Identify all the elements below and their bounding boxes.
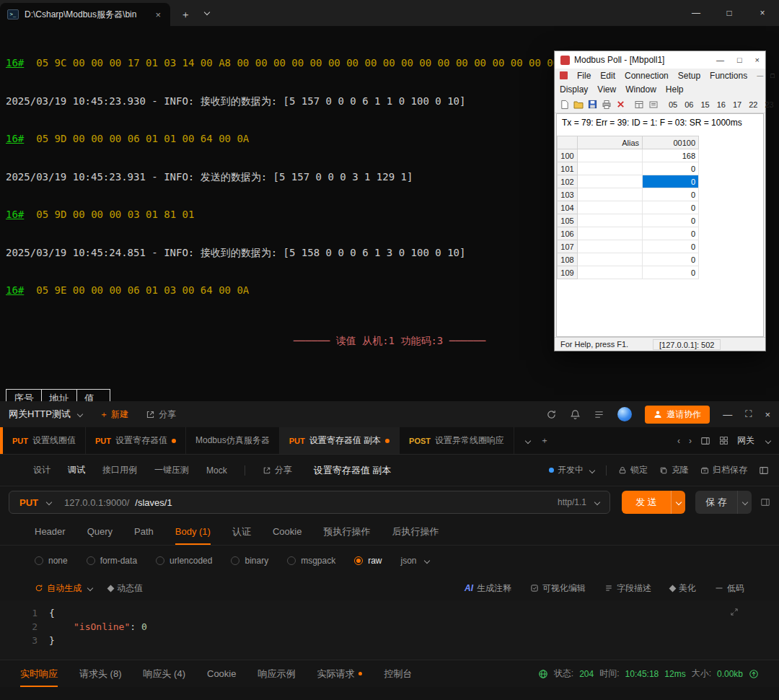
function-23-button[interactable]: 23 xyxy=(764,100,775,109)
menu-window[interactable]: Window xyxy=(625,84,656,95)
subnav-cases[interactable]: 接口用例 xyxy=(102,464,137,476)
tab-realtime-response[interactable]: 实时响应 xyxy=(20,660,58,687)
visual-edit-button[interactable]: 可视化编辑 xyxy=(530,582,586,595)
child-restore-button[interactable]: □ xyxy=(770,72,774,79)
chevron-down-icon[interactable] xyxy=(77,411,83,417)
bodytype-json-selector[interactable]: json xyxy=(401,556,429,566)
subnav-design[interactable]: 设计 xyxy=(33,464,50,476)
request-tab[interactable]: Modbus仿真服务器 xyxy=(186,427,280,454)
request-path-input[interactable]: /slaves/1 xyxy=(135,497,172,508)
tab-list-chevron-icon[interactable] xyxy=(525,437,531,443)
request-tab-active[interactable]: PUT设置寄存器值 副本 xyxy=(280,427,400,454)
bell-icon[interactable] xyxy=(570,409,581,420)
menu-edit[interactable]: Edit xyxy=(600,71,615,81)
body-code-editor[interactable]: 1 2 3 { "isOnline": 0 } xyxy=(0,600,779,660)
bodytype-binary[interactable]: binary xyxy=(231,556,268,566)
ai-annotate-button[interactable]: AI生成注释 xyxy=(465,582,511,595)
tab-pre-actions[interactable]: 预执行操作 xyxy=(323,518,370,545)
value-cell[interactable]: 0 xyxy=(643,253,699,266)
tab-request-headers[interactable]: 请求头 (8) xyxy=(79,660,122,687)
terminal-tab[interactable]: >_ D:\Csharp\Modbus服务器\bin × xyxy=(0,3,170,26)
child-minimize-button[interactable]: — xyxy=(757,72,763,79)
tab-list-chevron-icon[interactable] xyxy=(202,6,209,19)
beautify-button[interactable]: 美化 xyxy=(670,582,696,595)
alias-cell[interactable] xyxy=(578,188,643,201)
open-folder-icon[interactable] xyxy=(573,100,584,110)
environment-icon[interactable] xyxy=(719,436,729,445)
display-icon[interactable] xyxy=(648,100,659,110)
bodytype-msgpack[interactable]: msgpack xyxy=(287,556,335,566)
terminal-maximize-button[interactable]: □ xyxy=(713,0,746,26)
save-icon[interactable] xyxy=(588,100,597,109)
menu-connection[interactable]: Connection xyxy=(625,71,669,81)
dynamic-value-button[interactable]: 动态值 xyxy=(108,582,143,595)
lowcode-button[interactable]: 低码 xyxy=(715,582,744,595)
tab-body[interactable]: Body (1) xyxy=(175,518,211,545)
lock-button[interactable]: 锁定 xyxy=(618,464,648,476)
maximize-button[interactable]: □ xyxy=(737,56,742,64)
value-cell[interactable]: 0 xyxy=(643,214,699,227)
terminal-close-button[interactable]: × xyxy=(746,0,779,26)
bodytype-urlencoded[interactable]: urlencoded xyxy=(156,556,212,566)
forward-arrow-icon[interactable]: › xyxy=(689,436,692,446)
cancel-icon[interactable] xyxy=(616,100,625,109)
value-cell[interactable]: 0 xyxy=(643,240,699,253)
clone-button[interactable]: 克隆 xyxy=(659,464,689,476)
sync-icon[interactable] xyxy=(546,409,557,420)
menu-view[interactable]: View xyxy=(597,84,616,95)
menu-help[interactable]: Help xyxy=(666,84,684,95)
chevron-down-icon[interactable] xyxy=(765,437,771,443)
save-button[interactable]: 保 存 xyxy=(695,491,737,514)
bodytype-none[interactable]: none xyxy=(35,556,68,566)
value-cell[interactable]: 0 xyxy=(643,188,699,201)
new-request-button[interactable]: ＋新建 xyxy=(100,408,128,421)
project-switcher[interactable]: 网关HTTP测试 xyxy=(9,408,71,421)
menu-display[interactable]: Display xyxy=(560,84,588,95)
value-cell[interactable]: 0 xyxy=(643,162,699,175)
bodytype-form-data[interactable]: form-data xyxy=(87,556,137,566)
minimize-button[interactable]: — xyxy=(716,56,724,64)
chevron-down-icon[interactable] xyxy=(87,585,93,591)
invite-collaborate-button[interactable]: 邀请协作 xyxy=(645,406,710,424)
send-options-button[interactable] xyxy=(671,491,685,514)
back-arrow-icon[interactable]: ‹ xyxy=(677,436,680,446)
tab-console[interactable]: 控制台 xyxy=(384,660,412,687)
method-selector[interactable]: PUT xyxy=(19,497,38,508)
chevron-down-icon[interactable] xyxy=(46,499,52,505)
new-tab-button[interactable]: ＋ xyxy=(180,9,190,22)
right-panel-toggle-icon[interactable] xyxy=(760,497,770,507)
send-button[interactable]: 发 送 xyxy=(622,491,671,514)
value-cell-selected[interactable]: 0 xyxy=(643,175,699,188)
http-version-selector[interactable]: http/1.1 xyxy=(558,497,586,507)
value-cell[interactable]: 168 xyxy=(643,149,699,162)
value-cell[interactable]: 0 xyxy=(643,266,699,279)
share-button[interactable]: 分享 xyxy=(146,408,176,421)
panel-layout-icon[interactable] xyxy=(700,436,710,446)
alias-column-header[interactable]: Alias xyxy=(578,136,643,149)
alias-cell[interactable] xyxy=(578,175,643,188)
chevron-down-icon[interactable] xyxy=(594,499,600,505)
function-15-button[interactable]: 15 xyxy=(700,100,711,109)
value-cell[interactable]: 0 xyxy=(643,227,699,240)
app-logo[interactable] xyxy=(617,407,632,421)
tab-post-actions[interactable]: 后执行操作 xyxy=(392,518,439,545)
alias-cell[interactable] xyxy=(578,162,643,175)
alias-cell[interactable] xyxy=(578,214,643,227)
bodytype-raw-selected[interactable]: raw xyxy=(354,556,382,566)
upload-icon[interactable] xyxy=(749,669,759,679)
request-tab[interactable]: PUT设置线圈值 xyxy=(3,427,86,454)
alias-cell[interactable] xyxy=(578,201,643,214)
tab-auth[interactable]: 认证 xyxy=(232,518,251,545)
maximize-button[interactable]: ⛶ xyxy=(745,408,752,420)
url-field[interactable]: PUT 127.0.0.1:9000/ /slaves/1 http/1.1 xyxy=(9,491,610,514)
alias-cell[interactable] xyxy=(578,240,643,253)
menu-file[interactable]: File xyxy=(577,71,591,81)
new-tab-button[interactable]: ＋ xyxy=(540,434,549,447)
function-17-button[interactable]: 17 xyxy=(731,100,743,109)
tab-actual-request[interactable]: 实际请求 xyxy=(317,660,362,687)
close-button[interactable]: × xyxy=(765,409,770,420)
share-request-button[interactable]: 分享 xyxy=(263,464,292,476)
window-grid-icon[interactable] xyxy=(634,100,644,110)
tab-close-icon[interactable]: × xyxy=(153,9,163,20)
tab-response-headers[interactable]: 响应头 (4) xyxy=(144,660,186,687)
